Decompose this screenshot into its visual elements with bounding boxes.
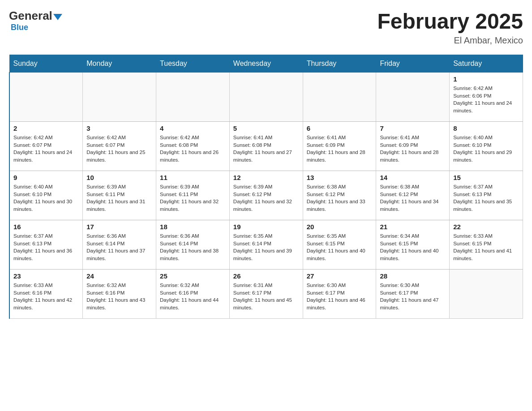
day-number: 24 bbox=[86, 272, 152, 280]
day-number: 12 bbox=[233, 174, 299, 181]
calendar-day-cell: 10Sunrise: 6:39 AMSunset: 6:11 PMDayligh… bbox=[83, 171, 156, 220]
calendar-week-row: 23Sunrise: 6:33 AMSunset: 6:16 PMDayligh… bbox=[9, 270, 523, 319]
day-info: Sunrise: 6:32 AMSunset: 6:16 PMDaylight:… bbox=[86, 282, 152, 312]
calendar-day-cell bbox=[9, 73, 83, 122]
logo-blue-text: Blue bbox=[11, 23, 28, 32]
day-number: 5 bbox=[233, 124, 299, 132]
page-header: General Blue February 2025 El Ambar, Mex… bbox=[9, 9, 523, 46]
header-sunday: Sunday bbox=[9, 55, 83, 73]
day-info: Sunrise: 6:36 AMSunset: 6:14 PMDaylight:… bbox=[86, 232, 152, 262]
day-info: Sunrise: 6:31 AMSunset: 6:17 PMDaylight:… bbox=[233, 282, 299, 312]
calendar-day-cell: 12Sunrise: 6:39 AMSunset: 6:12 PMDayligh… bbox=[229, 171, 303, 220]
title-block: February 2025 El Ambar, Mexico bbox=[377, 9, 523, 46]
calendar-day-cell: 7Sunrise: 6:41 AMSunset: 6:09 PMDaylight… bbox=[376, 122, 450, 171]
day-info: Sunrise: 6:33 AMSunset: 6:15 PMDaylight:… bbox=[453, 232, 519, 262]
calendar-day-cell bbox=[376, 73, 450, 122]
header-saturday: Saturday bbox=[450, 55, 523, 73]
day-number: 4 bbox=[160, 124, 226, 132]
calendar-day-cell: 14Sunrise: 6:38 AMSunset: 6:12 PMDayligh… bbox=[376, 171, 450, 220]
day-info: Sunrise: 6:38 AMSunset: 6:12 PMDaylight:… bbox=[307, 183, 373, 213]
calendar-week-row: 9Sunrise: 6:40 AMSunset: 6:10 PMDaylight… bbox=[9, 171, 523, 220]
day-number: 27 bbox=[307, 272, 373, 280]
day-info: Sunrise: 6:34 AMSunset: 6:15 PMDaylight:… bbox=[380, 232, 446, 262]
logo: General Blue bbox=[9, 9, 62, 32]
day-info: Sunrise: 6:36 AMSunset: 6:14 PMDaylight:… bbox=[160, 232, 226, 262]
calendar-day-cell: 4Sunrise: 6:42 AMSunset: 6:08 PMDaylight… bbox=[156, 122, 230, 171]
header-friday: Friday bbox=[376, 55, 450, 73]
calendar-day-cell: 28Sunrise: 6:30 AMSunset: 6:17 PMDayligh… bbox=[376, 270, 450, 319]
day-number: 6 bbox=[307, 124, 373, 132]
calendar-day-cell bbox=[156, 73, 230, 122]
day-info: Sunrise: 6:35 AMSunset: 6:14 PMDaylight:… bbox=[233, 232, 299, 262]
day-number: 7 bbox=[380, 124, 446, 132]
day-info: Sunrise: 6:41 AMSunset: 6:09 PMDaylight:… bbox=[380, 134, 446, 164]
calendar-day-cell: 2Sunrise: 6:42 AMSunset: 6:07 PMDaylight… bbox=[9, 122, 83, 171]
calendar-day-cell bbox=[303, 73, 376, 122]
calendar-day-cell: 9Sunrise: 6:40 AMSunset: 6:10 PMDaylight… bbox=[9, 171, 83, 220]
day-number: 11 bbox=[160, 174, 226, 181]
day-info: Sunrise: 6:33 AMSunset: 6:16 PMDaylight:… bbox=[13, 282, 79, 312]
day-number: 23 bbox=[13, 272, 79, 280]
day-info: Sunrise: 6:41 AMSunset: 6:08 PMDaylight:… bbox=[233, 134, 299, 164]
calendar-day-cell: 22Sunrise: 6:33 AMSunset: 6:15 PMDayligh… bbox=[450, 220, 523, 270]
day-number: 14 bbox=[380, 174, 446, 181]
logo-general-text: General bbox=[9, 9, 52, 23]
calendar-day-cell: 19Sunrise: 6:35 AMSunset: 6:14 PMDayligh… bbox=[229, 220, 303, 270]
header-monday: Monday bbox=[83, 55, 156, 73]
day-number: 19 bbox=[233, 223, 299, 231]
day-number: 18 bbox=[160, 223, 226, 231]
calendar-day-cell: 26Sunrise: 6:31 AMSunset: 6:17 PMDayligh… bbox=[229, 270, 303, 319]
day-number: 8 bbox=[453, 124, 519, 132]
day-info: Sunrise: 6:42 AMSunset: 6:07 PMDaylight:… bbox=[13, 134, 79, 164]
calendar-day-cell: 5Sunrise: 6:41 AMSunset: 6:08 PMDaylight… bbox=[229, 122, 303, 171]
day-number: 20 bbox=[307, 223, 373, 231]
header-wednesday: Wednesday bbox=[229, 55, 303, 73]
calendar-day-cell: 27Sunrise: 6:30 AMSunset: 6:17 PMDayligh… bbox=[303, 270, 376, 319]
day-number: 10 bbox=[86, 174, 152, 181]
day-number: 26 bbox=[233, 272, 299, 280]
header-tuesday: Tuesday bbox=[156, 55, 230, 73]
day-number: 25 bbox=[160, 272, 226, 280]
day-number: 16 bbox=[13, 223, 79, 231]
day-number: 17 bbox=[86, 223, 152, 231]
day-info: Sunrise: 6:32 AMSunset: 6:16 PMDaylight:… bbox=[160, 282, 226, 312]
calendar-day-cell: 17Sunrise: 6:36 AMSunset: 6:14 PMDayligh… bbox=[83, 220, 156, 270]
day-number: 15 bbox=[453, 174, 519, 181]
day-info: Sunrise: 6:30 AMSunset: 6:17 PMDaylight:… bbox=[380, 282, 446, 312]
calendar-day-cell bbox=[83, 73, 156, 122]
calendar-day-cell: 15Sunrise: 6:37 AMSunset: 6:13 PMDayligh… bbox=[450, 171, 523, 220]
calendar-day-cell: 11Sunrise: 6:39 AMSunset: 6:11 PMDayligh… bbox=[156, 171, 230, 220]
logo-triangle-icon bbox=[53, 14, 62, 20]
location-text: El Ambar, Mexico bbox=[377, 35, 523, 46]
day-info: Sunrise: 6:41 AMSunset: 6:09 PMDaylight:… bbox=[307, 134, 373, 164]
calendar-day-cell bbox=[450, 270, 523, 319]
calendar-day-cell: 16Sunrise: 6:37 AMSunset: 6:13 PMDayligh… bbox=[9, 220, 83, 270]
calendar-week-row: 16Sunrise: 6:37 AMSunset: 6:13 PMDayligh… bbox=[9, 220, 523, 270]
calendar-day-cell: 18Sunrise: 6:36 AMSunset: 6:14 PMDayligh… bbox=[156, 220, 230, 270]
day-number: 1 bbox=[453, 75, 519, 83]
day-info: Sunrise: 6:42 AMSunset: 6:06 PMDaylight:… bbox=[453, 85, 519, 115]
day-info: Sunrise: 6:37 AMSunset: 6:13 PMDaylight:… bbox=[13, 232, 79, 262]
day-info: Sunrise: 6:35 AMSunset: 6:15 PMDaylight:… bbox=[307, 232, 373, 262]
day-number: 3 bbox=[86, 124, 152, 132]
calendar-week-row: 1Sunrise: 6:42 AMSunset: 6:06 PMDaylight… bbox=[9, 73, 523, 122]
day-number: 13 bbox=[307, 174, 373, 181]
day-info: Sunrise: 6:42 AMSunset: 6:08 PMDaylight:… bbox=[160, 134, 226, 164]
calendar-week-row: 2Sunrise: 6:42 AMSunset: 6:07 PMDaylight… bbox=[9, 122, 523, 171]
calendar-day-cell: 8Sunrise: 6:40 AMSunset: 6:10 PMDaylight… bbox=[450, 122, 523, 171]
day-info: Sunrise: 6:39 AMSunset: 6:11 PMDaylight:… bbox=[86, 183, 152, 213]
weekday-header-row: Sunday Monday Tuesday Wednesday Thursday… bbox=[9, 55, 523, 73]
calendar-day-cell: 24Sunrise: 6:32 AMSunset: 6:16 PMDayligh… bbox=[83, 270, 156, 319]
calendar-day-cell: 25Sunrise: 6:32 AMSunset: 6:16 PMDayligh… bbox=[156, 270, 230, 319]
calendar-day-cell: 21Sunrise: 6:34 AMSunset: 6:15 PMDayligh… bbox=[376, 220, 450, 270]
day-info: Sunrise: 6:39 AMSunset: 6:11 PMDaylight:… bbox=[160, 183, 226, 213]
day-number: 28 bbox=[380, 272, 446, 280]
calendar-day-cell: 3Sunrise: 6:42 AMSunset: 6:07 PMDaylight… bbox=[83, 122, 156, 171]
day-info: Sunrise: 6:40 AMSunset: 6:10 PMDaylight:… bbox=[13, 183, 79, 213]
day-info: Sunrise: 6:37 AMSunset: 6:13 PMDaylight:… bbox=[453, 183, 519, 213]
day-number: 9 bbox=[13, 174, 79, 181]
day-info: Sunrise: 6:38 AMSunset: 6:12 PMDaylight:… bbox=[380, 183, 446, 213]
calendar-day-cell: 6Sunrise: 6:41 AMSunset: 6:09 PMDaylight… bbox=[303, 122, 376, 171]
header-thursday: Thursday bbox=[303, 55, 376, 73]
day-number: 21 bbox=[380, 223, 446, 231]
